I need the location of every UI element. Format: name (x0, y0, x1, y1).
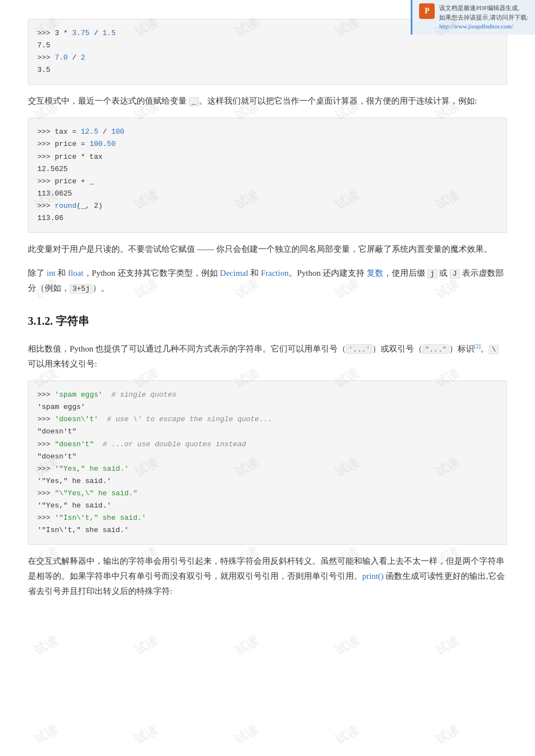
code-block-3: >>> 'spam eggs' # single quotes 'spam eg… (28, 381, 507, 545)
code-comment: # single quotes (111, 391, 177, 399)
watermark: 试读 (231, 720, 262, 750)
section-title: 3.1.2. 字符串 (28, 315, 89, 327)
banner-line2: 如果您去掉该提示,请访问并下载: (439, 14, 528, 21)
code-number: 7.0 (55, 53, 67, 62)
watermark: 试读 (30, 720, 62, 750)
complex-example: 3+5j (70, 284, 93, 294)
code-prompt: >>> 3 * (37, 29, 72, 37)
print-func-link: print() (362, 572, 383, 581)
double-quote-example: "..." (422, 344, 449, 354)
underscore-var: _ (189, 97, 199, 106)
footnote-2: [2] (474, 343, 481, 349)
main-content: >>> 3 * 3.75 / 1.5 7.5 >>> 7.0 / 2 3.5 交… (0, 0, 535, 625)
banner-link[interactable]: http://www.jisupdfeditor.com/ (439, 23, 513, 30)
float-link: float (68, 269, 84, 277)
paragraph-3: 除了 int 和 float，Python 还支持其它数字类型，例如 Decim… (28, 266, 507, 296)
code-string: '"Yes," he said.' (55, 465, 129, 473)
paragraph-4: 相比数值，Python 也提供了可以通过几种不同方式表示的字符串。它们可以用单引… (28, 342, 507, 372)
code-prompt: >>> (37, 53, 55, 62)
code-number: 1.5 (103, 29, 115, 37)
decimal-link: Decimal (220, 269, 249, 277)
code-comment: # ...or use double quotes instead (103, 440, 246, 448)
section-heading-312: 3.1.2. 字符串 (28, 311, 507, 333)
watermark: 试读 (331, 631, 363, 661)
banner-text: 该文档是极速PDF编辑器生成, 如果您去掉该提示,请访问并下载: http://… (439, 3, 528, 31)
code-number: 3.75 (72, 29, 89, 37)
code-operator: / (90, 29, 103, 37)
code-operator: / (68, 53, 81, 62)
pdf-banner: P 该文档是极速PDF编辑器生成, 如果您去掉该提示,请访问并下载: http:… (411, 0, 535, 35)
watermark: 试读 (130, 631, 162, 661)
single-quote-example: '...' (346, 344, 372, 354)
para2-text: 此变量对于用户是只读的。不要尝试给它赋值 —— 你只会创建一个独立的同名局部变量… (28, 245, 492, 253)
watermark: 试读 (431, 720, 463, 750)
watermark: 试读 (431, 631, 463, 661)
paragraph-2: 此变量对于用户是只读的。不要尝试给它赋值 —— 你只会创建一个独立的同名局部变量… (28, 242, 507, 257)
para1-text: 交互模式中，最近一个表达式的值赋给变量 _。这样我们就可以把它当作一个桌面计算器… (28, 96, 477, 105)
code-string: 'spam eggs' (55, 391, 103, 399)
watermark: 试读 (130, 720, 162, 750)
suffix-j: j (427, 269, 437, 279)
code-num-price: 100.50 (90, 140, 116, 148)
suffix-J: J (450, 269, 460, 279)
backslash-code: \ (489, 345, 499, 354)
watermark: 试读 (30, 631, 62, 661)
watermark: 试读 (231, 631, 262, 661)
code-output: 7.5 (37, 41, 50, 50)
banner-line1: 该文档是极速PDF编辑器生成, (439, 4, 519, 11)
code-num-tax: 12.5 (81, 128, 98, 136)
code-comment: # use \' to escape the single quote... (107, 415, 272, 423)
code-number: 2 (81, 53, 85, 62)
code-string: 'doesn\'t' (55, 415, 98, 423)
fraction-link: Fraction (261, 269, 289, 277)
paragraph-1: 交互模式中，最近一个表达式的值赋给变量 _。这样我们就可以把它当作一个桌面计算器… (28, 94, 507, 109)
code-string: "\"Yes,\" he said." (55, 489, 137, 498)
code-block-2: >>> tax = 12.5 / 100 >>> price = 100.50 … (28, 118, 507, 233)
code-func-round: round (55, 202, 76, 210)
pdf-icon: P (419, 3, 435, 19)
code-string: "doesn't" (55, 440, 94, 448)
complex-link: 复数 (367, 269, 383, 277)
int-link: int (47, 269, 56, 277)
code-output: 3.5 (37, 66, 50, 74)
code-num-100: 100 (111, 128, 124, 136)
paragraph-5: 在交互式解释器中，输出的字符串会用引号引起来，特殊字符会用反斜杆转义。虽然可能和… (28, 554, 507, 599)
watermark: 试读 (331, 720, 363, 750)
code-string: '"Isn\'t," she said.' (55, 514, 146, 522)
